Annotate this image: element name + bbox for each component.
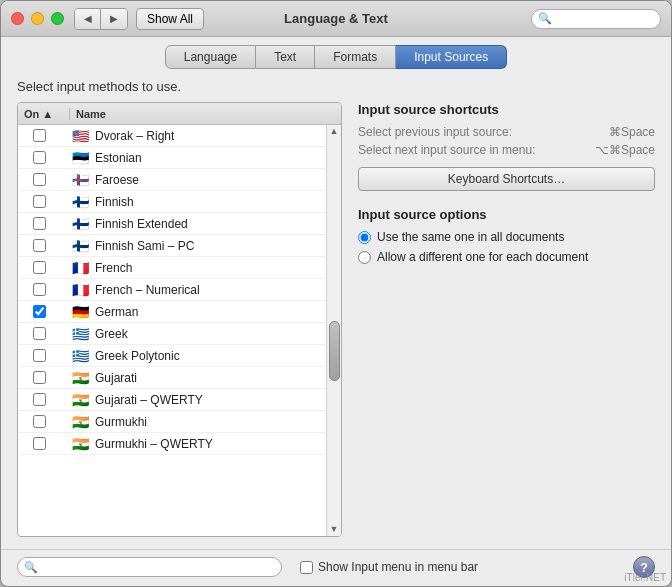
item-label: Greek Polytonic [95,349,326,363]
tab-language[interactable]: Language [165,45,256,69]
item-checkbox[interactable] [33,349,46,362]
item-check-cell [18,283,70,296]
item-flag: 🇫🇷 [70,283,90,297]
item-label: Finnish Extended [95,217,326,231]
shortcuts-title: Input source shortcuts [358,102,655,117]
item-label: Gurmukhi [95,415,326,429]
tab-formats[interactable]: Formats [315,45,396,69]
list-header: On ▲ Name [18,103,341,125]
tab-text[interactable]: Text [256,45,315,69]
minimize-button[interactable] [31,12,44,25]
item-check-cell [18,261,70,274]
radio-same-doc[interactable] [358,231,371,244]
item-checkbox[interactable] [33,283,46,296]
radio-diff-doc[interactable] [358,251,371,264]
item-label: Gurmukhi – QWERTY [95,437,326,451]
item-checkbox[interactable] [33,393,46,406]
item-checkbox[interactable] [33,305,46,318]
back-button[interactable]: ◀ [75,9,101,29]
header-on[interactable]: On ▲ [18,108,70,120]
bottom-search-icon: 🔍 [24,561,38,574]
list-item: 🇮🇳Gujarati – QWERTY [18,389,326,411]
window-title: Language & Text [284,11,388,26]
list-item: 🇪🇪Estonian [18,147,326,169]
item-checkbox[interactable] [33,239,46,252]
item-flag: 🇫🇮 [70,239,90,253]
search-input[interactable] [555,13,654,25]
list-item: 🇫🇷French – Numerical [18,279,326,301]
item-label: Gujarati [95,371,326,385]
list-item: 🇬🇷Greek [18,323,326,345]
item-flag: 🇮🇳 [70,437,90,451]
radio-same-doc-row: Use the same one in all documents [358,230,655,244]
input-sources-list: On ▲ Name 🇺🇸Dvorak – Right🇪🇪Estonian🇫🇴Fa… [17,102,342,537]
item-checkbox[interactable] [33,129,46,142]
item-label: Faroese [95,173,326,187]
item-label: Gujarati – QWERTY [95,393,326,407]
item-checkbox[interactable] [33,415,46,428]
item-check-cell [18,173,70,186]
item-check-cell [18,415,70,428]
item-check-cell [18,437,70,450]
titlebar: ◀ ▶ Show All Language & Text 🔍 [1,1,671,37]
keyboard-shortcuts-button[interactable]: Keyboard Shortcuts… [358,167,655,191]
item-check-cell [18,371,70,384]
search-icon: 🔍 [538,12,552,25]
scroll-up-arrow[interactable]: ▲ [330,127,339,136]
scroll-down-arrow[interactable]: ▼ [330,525,339,534]
item-checkbox[interactable] [33,217,46,230]
radio-same-doc-label: Use the same one in all documents [377,230,564,244]
shortcut-next-key: ⌥⌘Space [595,143,655,157]
maximize-button[interactable] [51,12,64,25]
forward-button[interactable]: ▶ [101,9,127,29]
item-label: Dvorak – Right [95,129,326,143]
item-checkbox[interactable] [33,261,46,274]
list-item: 🇫🇮Finnish [18,191,326,213]
list-items: 🇺🇸Dvorak – Right🇪🇪Estonian🇫🇴Faroese🇫🇮Fin… [18,125,326,536]
item-label: French – Numerical [95,283,326,297]
item-flag: 🇮🇳 [70,371,90,385]
item-checkbox[interactable] [33,371,46,384]
window-controls [11,12,64,25]
titlebar-search[interactable]: 🔍 [531,9,661,29]
bottom-search-input[interactable] [41,561,275,573]
item-check-cell [18,327,70,340]
item-checkbox[interactable] [33,327,46,340]
right-panel: Input source shortcuts Select previous i… [358,102,655,537]
item-check-cell [18,239,70,252]
item-flag: 🇫🇮 [70,217,90,231]
item-flag: 🇫🇮 [70,195,90,209]
options-title: Input source options [358,207,655,222]
scrollbar[interactable]: ▲ ▼ [326,125,341,536]
list-item: 🇮🇳Gurmukhi – QWERTY [18,433,326,455]
item-label: Estonian [95,151,326,165]
list-item: 🇺🇸Dvorak – Right [18,125,326,147]
item-checkbox[interactable] [33,195,46,208]
item-flag: 🇫🇷 [70,261,90,275]
subtitle-text: Select input methods to use. [17,79,655,94]
show-all-button[interactable]: Show All [136,8,204,30]
scrollbar-thumb[interactable] [329,321,340,381]
list-item: 🇫🇷French [18,257,326,279]
options-section: Input source options Use the same one in… [358,207,655,270]
show-menu-checkbox[interactable] [300,561,313,574]
list-item: 🇫🇮Finnish Sami – PC [18,235,326,257]
shortcut-next-label: Select next input source in menu: [358,143,535,157]
item-check-cell [18,349,70,362]
show-menu-label: Show Input menu in menu bar [300,560,478,574]
bottom-search[interactable]: 🔍 [17,557,282,577]
item-label: Finnish [95,195,326,209]
item-label: French [95,261,326,275]
list-item: 🇮🇳Gujarati [18,367,326,389]
tab-bar: Language Text Formats Input Sources [1,37,671,69]
list-item: 🇫🇮Finnish Extended [18,213,326,235]
item-label: Greek [95,327,326,341]
item-checkbox[interactable] [33,173,46,186]
shortcuts-section: Input source shortcuts Select previous i… [358,102,655,191]
tab-input-sources[interactable]: Input Sources [396,45,507,69]
item-checkbox[interactable] [33,437,46,450]
item-checkbox[interactable] [33,151,46,164]
item-label: Finnish Sami – PC [95,239,326,253]
watermark: iTler.NET [624,572,666,583]
close-button[interactable] [11,12,24,25]
